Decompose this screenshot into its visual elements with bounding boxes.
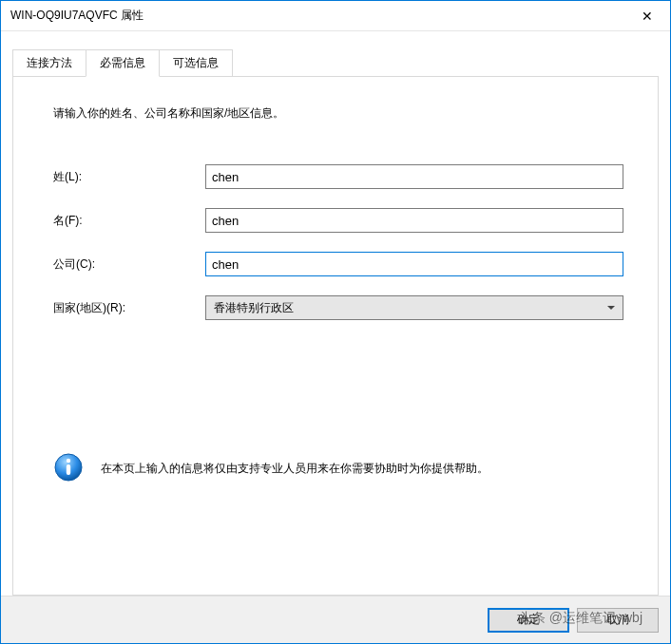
tab-required-info[interactable]: 必需信息 — [86, 49, 160, 77]
info-icon — [53, 452, 84, 485]
row-lastname: 姓(L): — [53, 164, 629, 189]
lastname-label: 姓(L): — [53, 169, 205, 185]
info-row: 在本页上输入的信息将仅由支持专业人员用来在你需要协助时为你提供帮助。 — [53, 452, 629, 485]
row-country: 国家(地区)(R): 香港特别行政区 — [53, 295, 629, 320]
company-label: 公司(C): — [53, 256, 205, 273]
dialog-body: 连接方法 必需信息 可选信息 请输入你的姓名、公司名称和国家/地区信息。 姓(L… — [1, 31, 670, 596]
window-title: WIN-OQ9IU7AQVFC 属性 — [10, 8, 144, 24]
svg-rect-2 — [67, 464, 70, 475]
firstname-label: 名(F): — [53, 213, 205, 229]
tab-panel-required: 请输入你的姓名、公司名称和国家/地区信息。 姓(L): 名(F): 公司(C):… — [12, 76, 659, 596]
chevron-down-icon — [607, 306, 615, 310]
instructions-text: 请输入你的姓名、公司名称和国家/地区信息。 — [53, 105, 629, 122]
titlebar: WIN-OQ9IU7AQVFC 属性 ✕ — [1, 1, 670, 31]
info-text: 在本页上输入的信息将仅由支持专业人员用来在你需要协助时为你提供帮助。 — [101, 461, 489, 477]
row-firstname: 名(F): — [53, 208, 629, 233]
company-input[interactable] — [205, 252, 623, 276]
close-icon: ✕ — [642, 9, 653, 24]
country-select[interactable]: 香港特别行政区 — [205, 295, 623, 320]
tab-connection-method[interactable]: 连接方法 — [12, 49, 86, 77]
dialog-footer: 确定 取消 — [1, 596, 670, 643]
ok-button[interactable]: 确定 — [488, 608, 569, 633]
close-button[interactable]: ✕ — [625, 2, 668, 30]
country-value: 香港特别行政区 — [214, 300, 294, 316]
properties-dialog: WIN-OQ9IU7AQVFC 属性 ✕ 连接方法 必需信息 可选信息 请输入你… — [0, 0, 671, 644]
tab-optional-info[interactable]: 可选信息 — [159, 49, 233, 77]
tab-strip: 连接方法 必需信息 可选信息 — [12, 48, 659, 76]
row-company: 公司(C): — [53, 252, 629, 276]
svg-point-1 — [67, 459, 70, 463]
cancel-button[interactable]: 取消 — [577, 608, 659, 633]
firstname-input[interactable] — [205, 208, 623, 233]
country-label: 国家(地区)(R): — [53, 300, 205, 316]
lastname-input[interactable] — [205, 164, 623, 189]
